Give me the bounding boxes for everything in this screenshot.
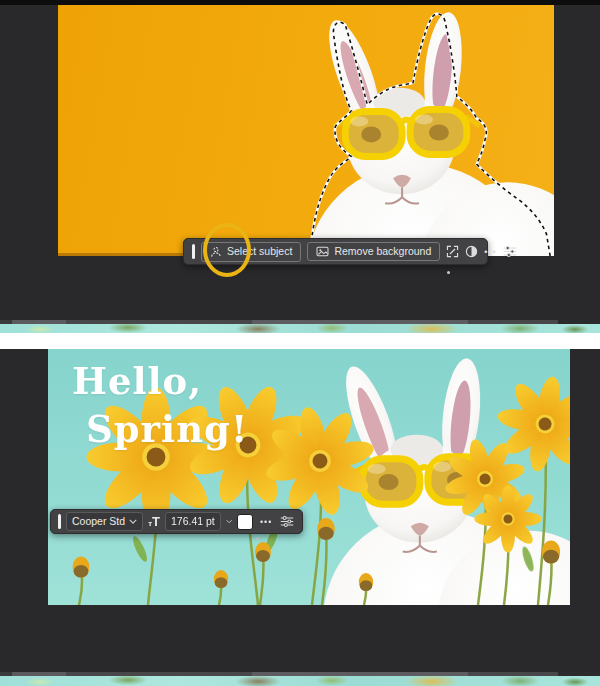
taskbar-drag-handle[interactable] xyxy=(58,514,61,529)
taskbar-hint-dot xyxy=(447,271,450,274)
transform-expand-icon xyxy=(446,245,459,258)
transform-button[interactable] xyxy=(446,242,459,262)
taskbar-settings-button[interactable] xyxy=(279,512,295,532)
font-family-select[interactable]: Cooper Std xyxy=(66,512,143,531)
chevron-down-icon xyxy=(129,519,137,524)
text-color-swatch[interactable] xyxy=(237,514,253,530)
headline-line2: Spring! xyxy=(72,405,248,453)
tutorial-composite: Select subject Remove background xyxy=(0,0,600,686)
more-options-button[interactable]: ••• xyxy=(258,512,274,532)
photoshop-frame-select-subject: Select subject Remove background xyxy=(0,5,600,320)
font-size-select[interactable]: 176.41 pt xyxy=(165,512,221,531)
ellipsis-icon: ••• xyxy=(260,517,272,527)
select-subject-person-icon xyxy=(210,246,222,258)
chevron-down-icon[interactable] xyxy=(226,519,232,524)
headline-line1: Hello, xyxy=(72,357,248,405)
font-size-icon: тT xyxy=(148,515,160,528)
sliders-settings-icon xyxy=(280,515,294,528)
next-frame-sliver xyxy=(0,676,600,686)
remove-background-label: Remove background xyxy=(334,246,431,257)
more-options-button[interactable]: ••• xyxy=(484,242,496,262)
remove-background-image-icon xyxy=(316,246,329,257)
taskbar-settings-button[interactable] xyxy=(503,242,517,262)
font-family-value: Cooper Std xyxy=(72,516,125,527)
canvas-rabbit-orange[interactable] xyxy=(58,5,554,256)
rabbit-photo xyxy=(292,7,554,256)
remove-background-button[interactable]: Remove background xyxy=(307,242,440,261)
canvas-spring-composite[interactable]: Hello, Spring! Cooper Std тT 176.41 pt xyxy=(48,349,570,605)
next-frame-sliver xyxy=(0,324,600,333)
contrast-half-circle-icon xyxy=(465,245,478,258)
contextual-taskbar-selection: Select subject Remove background xyxy=(183,238,488,265)
ellipsis-icon: ••• xyxy=(484,247,496,257)
taskbar-drag-handle[interactable] xyxy=(192,244,195,259)
select-subject-label: Select subject xyxy=(227,246,292,257)
headline-text-layer[interactable]: Hello, Spring! xyxy=(72,357,248,453)
contextual-taskbar-text: Cooper Std тT 176.41 pt ••• xyxy=(50,509,303,534)
photoshop-frame-spring-text: Hello, Spring! Cooper Std тT 176.41 pt xyxy=(0,349,600,672)
sliders-settings-icon xyxy=(503,245,517,258)
font-size-value: 176.41 pt xyxy=(171,516,215,527)
frame-divider xyxy=(0,333,600,349)
adjustments-button[interactable] xyxy=(465,242,478,262)
select-subject-button[interactable]: Select subject xyxy=(201,242,301,262)
